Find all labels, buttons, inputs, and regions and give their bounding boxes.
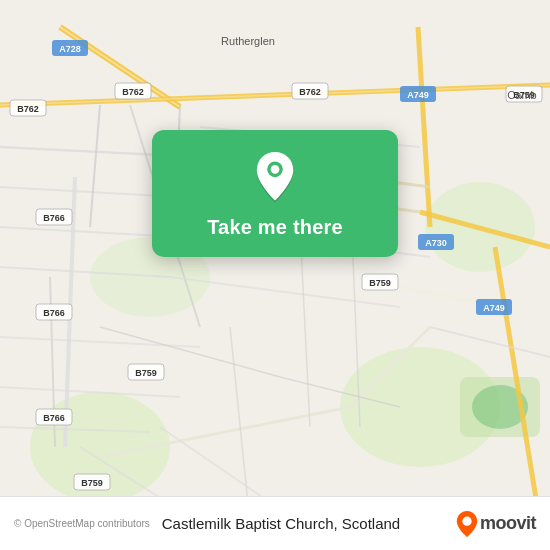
navigation-popup[interactable]: Take me there xyxy=(152,130,398,257)
take-me-there-button[interactable]: Take me there xyxy=(207,216,343,239)
map-container: A728 B762 B762 B762 A749 B759 B766 B766 … xyxy=(0,0,550,550)
svg-text:B759: B759 xyxy=(135,368,157,378)
moovit-brand-text: moovit xyxy=(480,513,536,534)
map-background: A728 B762 B762 B762 A749 B759 B766 B766 … xyxy=(0,0,550,550)
svg-text:A730: A730 xyxy=(425,238,447,248)
svg-point-74 xyxy=(271,165,280,174)
svg-text:B759: B759 xyxy=(81,478,103,488)
svg-text:B766: B766 xyxy=(43,413,65,423)
svg-point-75 xyxy=(462,516,471,525)
svg-text:B762: B762 xyxy=(299,87,321,97)
bottom-info-bar: © OpenStreetMap contributors Castlemilk … xyxy=(0,496,550,550)
svg-text:A728: A728 xyxy=(59,44,81,54)
map-copyright: © OpenStreetMap contributors xyxy=(14,518,150,529)
svg-text:A749: A749 xyxy=(407,90,429,100)
svg-text:Camb: Camb xyxy=(507,89,536,101)
svg-text:B759: B759 xyxy=(369,278,391,288)
svg-text:B766: B766 xyxy=(43,213,65,223)
location-pin-icon xyxy=(249,152,301,204)
svg-text:B766: B766 xyxy=(43,308,65,318)
svg-text:Rutherglen: Rutherglen xyxy=(221,35,275,47)
svg-text:A749: A749 xyxy=(483,303,505,313)
moovit-logo: moovit xyxy=(456,511,536,537)
location-name: Castlemilk Baptist Church, Scotland xyxy=(162,515,456,532)
svg-text:B762: B762 xyxy=(17,104,39,114)
moovit-pin-icon xyxy=(456,511,478,537)
svg-text:B762: B762 xyxy=(122,87,144,97)
